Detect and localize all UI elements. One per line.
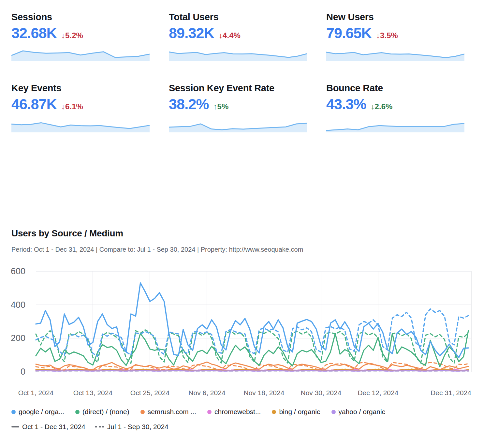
kpi-value-row: 89.32K ↓4.4% (169, 26, 307, 40)
kpi-delta: ↓2.6% (371, 102, 393, 111)
analytics-dashboard: Sessions 32.68K ↓5.2% Total Users 89.32K… (0, 0, 483, 448)
kpi-sparkline (11, 115, 150, 132)
kpi-card-sessions[interactable]: Sessions 32.68K ↓5.2% (11, 12, 150, 61)
kpi-sparkline (169, 44, 307, 61)
legend-label: (direct) / (none) (82, 408, 129, 416)
x-axis-label: Nov 30, 2024 (300, 389, 341, 396)
period-label: Oct 1 - Dec 31, 2024 (22, 423, 85, 431)
chart-legend: google / orga... (direct) / (none) semru… (11, 408, 483, 416)
kpi-delta: ↓5.2% (61, 31, 83, 40)
period-legend-previous[interactable]: Jul 1 - Sep 30, 2024 (95, 423, 168, 431)
kpi-value: 89.32K (169, 26, 214, 40)
kpi-value: 79.65K (326, 26, 372, 40)
solid-line-glyph (11, 426, 19, 427)
period-legend-current[interactable]: Oct 1 - Dec 31, 2024 (11, 423, 85, 431)
y-axis-label: 400 (11, 300, 25, 310)
legend-label: chromewebst... (214, 408, 261, 416)
series-color-dot (11, 410, 16, 414)
series-color-dot (331, 410, 336, 414)
y-axis-label: 0 (21, 367, 25, 377)
period-label: Jul 1 - Sep 30, 2024 (107, 423, 168, 431)
x-axis-label: Nov 6, 2024 (188, 389, 226, 396)
kpi-sparkline (11, 44, 150, 61)
legend-item-yahoo-organic[interactable]: yahoo / organic (331, 408, 386, 416)
chart-subtitle: Period: Oct 1 - Dec 31, 2024 | Compare t… (11, 246, 483, 253)
period-legend: Oct 1 - Dec 31, 2024 Jul 1 - Sep 30, 202… (11, 423, 483, 431)
legend-label: semrush.com ... (148, 408, 196, 416)
x-axis-label: Oct 13, 2024 (73, 389, 113, 396)
kpi-title: Bounce Rate (326, 83, 464, 94)
kpi-value: 38.2% (169, 97, 209, 112)
kpi-title: New Users (326, 12, 464, 22)
users-by-source-medium-section: Users by Source / Medium Period: Oct 1 -… (0, 228, 483, 431)
series-semrush-current (36, 362, 468, 370)
kpi-delta: ↓3.5% (376, 31, 398, 40)
kpi-value-row: 32.68K ↓5.2% (11, 26, 150, 40)
kpi-sparkline (326, 44, 464, 61)
kpi-card-new-users[interactable]: New Users 79.65K ↓3.5% (326, 12, 464, 61)
series-color-dot (140, 410, 145, 414)
kpi-title: Session Key Event Rate (169, 83, 307, 94)
kpi-value-row: 79.65K ↓3.5% (326, 26, 464, 40)
legend-item-google-organic[interactable]: google / orga... (11, 408, 64, 416)
kpi-card-key-events[interactable]: Key Events 46.87K ↓6.1% (11, 83, 150, 132)
line-chart-canvas[interactable]: 0200400600Oct 1, 2024Oct 13, 2024Oct 25,… (0, 263, 483, 400)
kpi-delta: ↑5% (213, 102, 229, 111)
kpi-delta: ↓6.1% (61, 102, 83, 111)
kpi-sparkline (169, 115, 307, 132)
legend-label: yahoo / organic (339, 408, 386, 416)
kpi-title: Total Users (169, 12, 307, 22)
legend-item-semrush[interactable]: semrush.com ... (140, 408, 196, 416)
chart-title: Users by Source / Medium (11, 228, 483, 239)
x-axis-label: Dec 31, 2024 (431, 389, 471, 396)
kpi-value-row: 46.87K ↓6.1% (11, 97, 150, 112)
x-axis-label: Dec 12, 2024 (358, 389, 398, 396)
series-color-dot (207, 410, 212, 414)
kpi-card-session-key-event-rate[interactable]: Session Key Event Rate 38.2% ↑5% (169, 83, 307, 132)
kpi-value-row: 43.3% ↓2.6% (326, 97, 464, 112)
x-axis-label: Nov 18, 2024 (243, 389, 284, 396)
x-axis-label: Oct 25, 2024 (130, 389, 170, 396)
kpi-sparkline (326, 115, 464, 132)
legend-item-direct-none[interactable]: (direct) / (none) (75, 408, 129, 416)
series-color-dot (272, 410, 276, 414)
dashed-line-glyph (95, 426, 104, 427)
x-axis-label: Oct 1, 2024 (18, 389, 54, 396)
legend-label: bing / organic (279, 408, 320, 416)
kpi-value: 46.87K (11, 97, 57, 112)
y-axis-label: 200 (11, 333, 25, 343)
kpi-value: 43.3% (326, 97, 366, 112)
legend-item-chromewebstore[interactable]: chromewebst... (207, 408, 261, 416)
kpi-grid: Sessions 32.68K ↓5.2% Total Users 89.32K… (11, 12, 483, 132)
kpi-title: Key Events (11, 83, 150, 94)
kpi-title: Sessions (11, 12, 150, 22)
y-axis-label: 600 (11, 266, 25, 276)
series-yahoo-organic-current (36, 370, 468, 371)
kpi-value: 32.68K (11, 26, 57, 40)
series-color-dot (75, 410, 80, 414)
kpi-value-row: 38.2% ↑5% (169, 97, 307, 112)
legend-item-bing-organic[interactable]: bing / organic (272, 408, 320, 416)
kpi-card-total-users[interactable]: Total Users 89.32K ↓4.4% (169, 12, 307, 61)
kpi-card-bounce-rate[interactable]: Bounce Rate 43.3% ↓2.6% (326, 83, 464, 132)
legend-label: google / orga... (19, 408, 64, 416)
kpi-delta: ↓4.4% (219, 31, 241, 40)
